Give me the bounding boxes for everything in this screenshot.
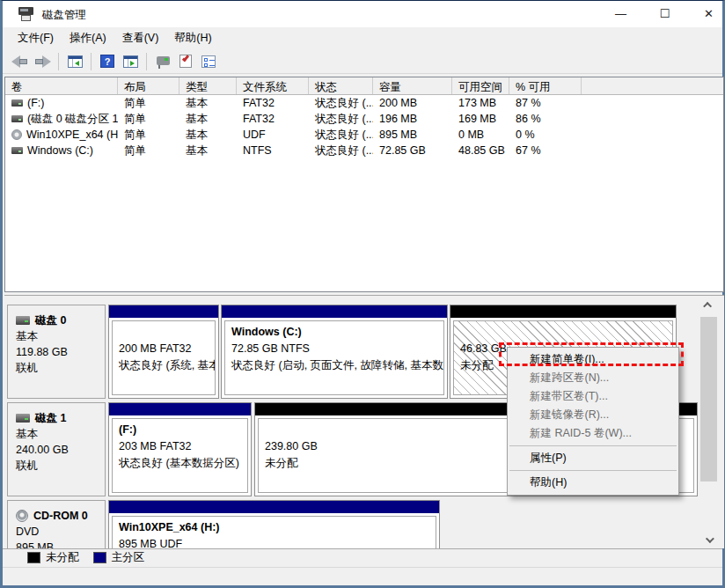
menu-item-new-spanned-volume: 新建跨区卷(N)...: [508, 369, 678, 387]
primary-partition-bar: [222, 305, 447, 318]
check-document-icon[interactable]: [174, 51, 197, 72]
menu-separator: [509, 470, 677, 471]
volume-table-header: 卷 布局 类型 文件系统 状态 容量 可用空间 % 可用: [5, 77, 723, 95]
status-bar: [3, 567, 722, 585]
toolbar-separator: [58, 53, 59, 70]
disk-name: CD-ROM 0: [33, 508, 88, 524]
column-header-capacity[interactable]: 容量: [373, 77, 452, 94]
column-header-volume[interactable]: 卷: [5, 77, 118, 94]
help-icon[interactable]: ?: [96, 51, 119, 72]
toolbar-separator: [91, 53, 92, 70]
disk0-label[interactable]: 磁盘 0 基本 119.88 GB 联机: [7, 305, 106, 399]
partition-status: 状态良好 (启动, 页面文件, 故障转储, 基本数据:: [231, 357, 443, 374]
legend-bar: 未分配 主分区: [3, 548, 722, 565]
toolbar: ?: [3, 49, 722, 74]
partition-status: 状态良好 (系统, 基本: [119, 357, 215, 374]
column-header-filesystem[interactable]: 文件系统: [237, 77, 309, 94]
primary-partition-bar: [109, 501, 439, 513]
menu-item-new-striped-volume: 新建带区卷(T)...: [508, 387, 678, 406]
disk-icon: [16, 414, 30, 423]
column-header-pct-free[interactable]: % 可用: [509, 77, 582, 94]
cell-free: 169 MB: [452, 113, 509, 125]
volume-list-pane: 卷 布局 类型 文件系统 状态 容量 可用空间 % 可用 (F:) 简单 基本 …: [4, 77, 724, 292]
partition-cdrom-h[interactable]: Win10XPE_x64 (H:) 895 MB UDF: [108, 500, 440, 548]
cell-status: 状态良好 (...: [309, 96, 373, 111]
disk-size: 119.88 GB: [16, 344, 105, 360]
volume-name: Win10XPE_x64 (H:): [26, 129, 118, 141]
popup-icon[interactable]: [151, 51, 174, 72]
cell-pct: 86 %: [509, 113, 582, 125]
checklist-icon[interactable]: [197, 51, 220, 72]
unallocated-swatch: [27, 552, 40, 563]
console-tree-icon[interactable]: [63, 51, 86, 72]
cell-fs: NTFS: [237, 144, 309, 157]
maximize-button[interactable]: ☐: [645, 1, 685, 27]
cell-type: 基本: [179, 143, 237, 158]
partition-name: Win10XPE_x64 (H:): [119, 519, 436, 536]
partition-disk0-system[interactable]: 200 MB FAT32 状态良好 (系统, 基本: [108, 305, 219, 399]
scroll-down-icon[interactable]: [700, 533, 717, 548]
disk-status: 联机: [16, 360, 105, 376]
primary-partition-swatch: [93, 552, 106, 563]
menu-item-new-mirrored-volume: 新建镜像卷(R)...: [508, 406, 678, 424]
cell-status: 状态良好 (...: [309, 128, 373, 143]
toolbar-separator: [146, 53, 147, 70]
partition-name: [460, 324, 672, 341]
cdrom-label[interactable]: CD-ROM 0 DVD 895 MB: [7, 500, 106, 548]
vertical-scrollbar[interactable]: [700, 298, 717, 548]
cell-free: 48.85 GB: [452, 144, 509, 157]
unallocated-bar: [450, 305, 676, 318]
legend-label: 未分配: [46, 550, 79, 565]
forward-arrow-icon[interactable]: [31, 51, 54, 72]
disk-size: 895 MB: [16, 540, 105, 548]
partition-disk1-f[interactable]: (F:) 203 MB FAT32 状态良好 (基本数据分区): [108, 402, 252, 496]
menu-separator: [509, 445, 677, 446]
column-header-status[interactable]: 状态: [309, 77, 373, 94]
scrollbar-thumb[interactable]: [700, 317, 717, 481]
column-header-free[interactable]: 可用空间: [452, 77, 509, 94]
partition-name: (F:): [119, 422, 247, 438]
menu-file[interactable]: 文件(F): [10, 28, 62, 48]
column-header-empty: [582, 77, 723, 94]
minimize-button[interactable]: —: [601, 1, 641, 27]
partition-disk0-windows-c[interactable]: Windows (C:) 72.85 GB NTFS 状态良好 (启动, 页面文…: [221, 305, 448, 399]
partition-name: [119, 324, 215, 341]
cell-type: 基本: [179, 112, 237, 127]
menu-view[interactable]: 查看(V): [114, 28, 167, 48]
app-icon: [18, 7, 33, 21]
menu-item-properties[interactable]: 属性(P): [508, 449, 678, 467]
menu-item-new-raid5-volume: 新建 RAID-5 卷(W)...: [508, 424, 678, 443]
cell-capacity: 72.85 GB: [373, 144, 452, 157]
drive-icon: [11, 115, 23, 122]
cell-type: 基本: [179, 128, 237, 143]
cell-status: 状态良好 (...: [309, 112, 373, 127]
table-row[interactable]: Windows (C:) 简单 基本 NTFS 状态良好 (... 72.85 …: [5, 143, 723, 158]
scroll-up-icon[interactable]: [700, 298, 717, 312]
volume-name: (磁盘 0 磁盘分区 1): [27, 112, 118, 127]
action-pane-icon[interactable]: [119, 51, 142, 72]
disk1-label[interactable]: 磁盘 1 基本 240.00 GB 联机: [7, 402, 106, 496]
table-row[interactable]: (F:) 简单 基本 FAT32 状态良好 (... 200 MB 173 MB…: [5, 95, 723, 111]
table-row[interactable]: Win10XPE_x64 (H:) 简单 基本 UDF 状态良好 (... 89…: [5, 127, 723, 143]
column-header-type[interactable]: 类型: [179, 77, 237, 94]
disk-status: 联机: [16, 458, 105, 474]
cell-free: 173 MB: [452, 97, 509, 109]
window-title: 磁盘管理: [42, 8, 86, 23]
table-row[interactable]: (磁盘 0 磁盘分区 1) 简单 基本 FAT32 状态良好 (... 196 …: [5, 111, 723, 127]
disk-name: 磁盘 0: [35, 312, 66, 328]
menu-item-help[interactable]: 帮助(H): [508, 474, 678, 492]
cd-icon: [11, 129, 22, 140]
primary-partition-bar: [109, 305, 218, 318]
close-button[interactable]: ✕: [689, 1, 725, 27]
menu-bar: 文件(F) 操作(A) 查看(V) 帮助(H): [3, 27, 722, 49]
menu-help[interactable]: 帮助(H): [166, 28, 219, 48]
legend-label: 主分区: [112, 550, 145, 565]
menu-action[interactable]: 操作(A): [62, 28, 114, 48]
cell-pct: 0 %: [509, 129, 582, 141]
back-arrow-icon[interactable]: [8, 51, 31, 72]
disk-name: 磁盘 1: [35, 410, 66, 426]
column-header-layout[interactable]: 布局: [118, 77, 179, 94]
title-bar: 磁盘管理 — ☐ ✕: [3, 1, 722, 27]
cell-fs: FAT32: [237, 113, 309, 125]
disk-management-window: 磁盘管理 — ☐ ✕ 文件(F) 操作(A) 查看(V) 帮助(H) ? 卷 布…: [0, 0, 725, 588]
